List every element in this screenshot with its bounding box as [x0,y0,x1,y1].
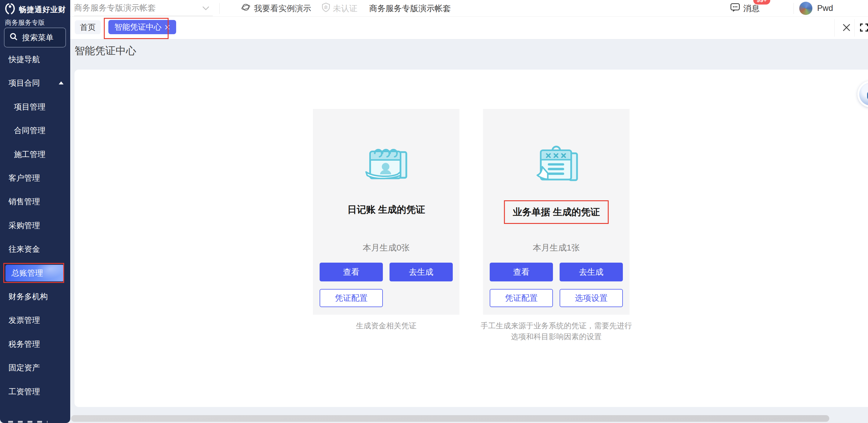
annotation-box-card-title: 业务单据 生成的凭证 [504,200,609,224]
card-count: 本月生成1张 [483,242,629,254]
card-business-doc-vouchers: 业务单据 生成的凭证 本月生成1张 查看 去生成 凭证配置 选项设置 [483,109,629,315]
close-all-tabs-button[interactable] [839,20,854,35]
sidebar-item-project-contract[interactable]: 项目合同 [0,71,70,95]
voucher-config-button[interactable]: 凭证配置 [490,289,553,307]
tab-close-icon[interactable] [165,25,170,30]
svg-text:企: 企 [324,5,328,9]
card-journal-vouchers: 日记账 生成的凭证 本月生成0张 查看 去生成 凭证配置 [313,109,459,315]
app-name: 畅捷通好业财 [19,4,66,14]
sidebar-item-sales-mgmt[interactable]: 销售管理 [0,190,70,213]
fullscreen-button[interactable] [857,20,868,35]
card-title: 业务单据 生成的凭证 [513,207,600,217]
divider [834,19,835,37]
card-count: 本月生成0张 [313,242,459,254]
sidebar-item-tax-mgmt[interactable]: 税务管理 [0,332,70,356]
sidebar-item-general-ledger[interactable]: 总账管理 [0,261,70,285]
chevron-down-icon [202,5,210,11]
search-placeholder: 搜索菜单 [22,32,54,43]
sidebar-item-funds[interactable]: 往来资金 [0,237,70,261]
options-settings-button[interactable]: 选项设置 [560,289,623,307]
message-bubble-icon [730,2,740,14]
sidebar-search-input[interactable]: 搜索菜单 [4,28,66,47]
tab-home[interactable]: 首页 [75,20,101,34]
demo-link[interactable]: 我要看实例演示 [241,0,311,17]
messages-count-badge: 99+ [753,0,771,5]
fullscreen-icon [860,23,868,32]
search-icon [9,32,18,43]
divider [794,3,794,14]
chevron-up-icon [59,82,64,85]
company-name: 商务服务专版演示帐套 [369,0,451,17]
divider [219,3,220,14]
topbar: 商务服务专版演示帐套 我要看实例演示 企 未认证 商务服务专版演示帐套 [70,0,868,17]
sidebar: 畅捷通好业财 商务服务专版 搜索菜单 快捷导航 项目合同 项目管理 合同管理 施… [0,0,70,423]
card-caption: 生成资金相关凭证 [313,320,459,331]
page-title: 智能凭证中心 [74,44,136,58]
sidebar-item-project-mgmt[interactable]: 项目管理 [0,95,70,119]
horizontal-scrollbar-thumb[interactable] [71,415,829,422]
sidebar-item-purchase-mgmt[interactable]: 采购管理 [0,214,70,237]
generate-button[interactable]: 去生成 [390,263,453,282]
certification-status[interactable]: 企 未认证 [321,0,358,17]
view-button[interactable]: 查看 [490,263,553,282]
sidebar-item-partially-visible[interactable] [8,421,48,423]
tab-bar: 首页 智能凭证中心 [70,17,868,40]
app-logo: 畅捷通好业财 [4,2,66,17]
generate-button[interactable]: 去生成 [560,263,623,282]
sidebar-item-fixed-assets[interactable]: 固定资产 [0,356,70,380]
user-name[interactable]: Pwd [817,0,833,17]
business-document-icon [531,141,581,185]
demo-eye-icon [241,3,250,14]
journal-calendar-icon [361,141,411,183]
user-avatar[interactable] [799,1,813,15]
main-content: 智能凭证中心 [70,40,868,423]
voucher-config-button[interactable]: 凭证配置 [319,289,383,307]
card-caption: 手工生成来源于业务系统的凭证，需要先进行选项和科目影响因素的设置 [480,320,632,342]
sidebar-item-invoice-mgmt[interactable]: 发票管理 [0,308,70,332]
app-edition: 商务服务专版 [5,18,45,27]
sidebar-item-payroll-mgmt[interactable]: 工资管理 [0,380,70,403]
content-panel: 日记账 生成的凭证 本月生成0张 查看 去生成 凭证配置 生成资金相关凭证 [74,70,868,407]
sidebar-item-construction-mgmt[interactable]: 施工管理 [0,142,70,166]
sidebar-item-contract-mgmt[interactable]: 合同管理 [0,119,70,142]
view-button[interactable]: 查看 [319,263,383,282]
sidebar-item-quick-nav[interactable]: 快捷导航 [0,47,70,71]
shield-enterprise-icon: 企 [321,2,331,14]
tab-smart-voucher-center[interactable]: 智能凭证中心 [108,20,176,34]
close-icon [842,23,851,32]
sidebar-item-finance-multi-org[interactable]: 财务多机构 [0,285,70,308]
account-set-dropdown[interactable]: 商务服务专版演示帐套 [74,0,213,16]
sidebar-item-customer-mgmt[interactable]: 客户管理 [0,166,70,190]
robot-icon [859,83,868,106]
card-title: 日记账 生成的凭证 [313,203,459,216]
app-logo-icon [4,2,17,17]
